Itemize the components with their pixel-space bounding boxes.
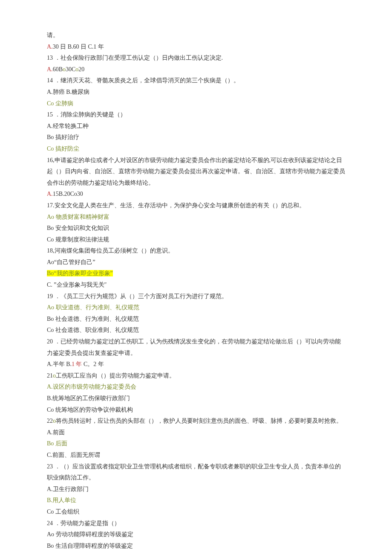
text-line: A.60Bo30Co20 bbox=[47, 64, 345, 76]
text-segment: A.经常轮换工种 bbox=[47, 123, 89, 129]
text-line: 请。 bbox=[47, 30, 345, 41]
text-segment: A. bbox=[47, 361, 53, 367]
text-line: 17.安全文化是人类在生产、生活、生存活动中，为保护身心安全与健康所创造的有关（… bbox=[47, 200, 345, 212]
text-segment: Co 搞好防尘 bbox=[47, 145, 79, 152]
text-line: Co 尘肺病 bbox=[47, 98, 345, 110]
text-line: 14 ．继消灭天花、脊髓灰质炎之后，全球倡导消灭的第三个疾病是（）。 bbox=[47, 75, 345, 87]
text-line: 21o工伤职工应当向（）提出劳动能力鉴定申请。 bbox=[47, 370, 345, 382]
text-segment: 13 ．社会保险行政部门在受理工伤认定（）日内做出工伤认定决定. bbox=[47, 55, 223, 61]
text-segment: 请。 bbox=[47, 32, 59, 38]
text-line: Co 统筹地区的劳动争议仲裁机构 bbox=[47, 404, 345, 416]
text-segment: o bbox=[63, 66, 66, 73]
text-line: 18,河南煤化集团每位员工必须树立（）的意识。 bbox=[47, 245, 345, 257]
text-line: A.30 日 B.60 日 C.1 年 bbox=[47, 41, 345, 53]
text-segment: Ao 劳动功能障碍程度的等级鉴定 bbox=[47, 531, 133, 538]
text-line: 24 ．劳动能力鉴定是指（） bbox=[47, 518, 345, 529]
text-line: A.经常轮换工种 bbox=[47, 121, 345, 132]
text-segment: 20 bbox=[78, 66, 84, 73]
text-line: 19 ．《员工三大行为规范》从（）三个方面对员工行为进行了规范。 bbox=[47, 291, 345, 302]
text-line: 20 ．已经劳动能力鉴定过的工伤职工，认为伤残情况发生变化的，在劳动能力鉴定结论… bbox=[47, 336, 345, 359]
text-segment: Bo“我的形象即企业形象” bbox=[47, 270, 113, 276]
text-line: Ao 职业道德、行为准则、礼仪规范 bbox=[47, 302, 345, 314]
text-segment: 肺癌 B.糖尿病 bbox=[53, 89, 89, 95]
text-segment: Co 社会道德、职业准则、礼仪规范 bbox=[47, 327, 139, 333]
text-segment: 18,河南煤化集团每位员工必须树立（）的意识。 bbox=[47, 247, 174, 254]
text-line: Ao 物质财富和精神财富 bbox=[47, 212, 345, 223]
text-segment: Co 尘肺病 bbox=[47, 100, 73, 107]
text-segment: A. bbox=[47, 191, 53, 197]
text-line: A.前面 bbox=[47, 427, 345, 439]
text-line: 23 ．（）应当设置或者指定职业卫生管理机构或者组织，配备专职或者兼职的职业卫生… bbox=[47, 461, 345, 484]
text-line: 22o将伤员转运时，应让伤员的头部在（），救护人员要时刻注意伤员的面色、呼吸、脉… bbox=[47, 416, 345, 427]
text-line: A.肺癌 B.糖尿病 bbox=[47, 87, 345, 98]
text-line: C. ”企业形象与我无关″ bbox=[47, 279, 345, 291]
text-segment: A. bbox=[47, 66, 53, 73]
text-line: Bo 安全知识和文化知识 bbox=[47, 223, 345, 234]
text-segment: 21 bbox=[47, 372, 53, 379]
text-segment: Bo 社会道德、行为准则、礼仪规范 bbox=[47, 316, 139, 322]
text-segment: Bo 后面 bbox=[47, 440, 67, 447]
text-segment: 24 ．劳动能力鉴定是指（） bbox=[47, 520, 120, 526]
text-line: A.15B.20Co30 bbox=[47, 189, 345, 200]
text-line: Bo 生活自理障碍程度的等级鉴定 bbox=[47, 540, 345, 552]
text-segment: A. bbox=[47, 44, 53, 50]
text-segment: A.设区的市级劳动能力鉴定委员会 bbox=[47, 384, 136, 390]
text-segment: Co 统筹地区的劳动争议仲裁机构 bbox=[47, 407, 133, 413]
text-line: Co 搞好防尘 bbox=[47, 143, 345, 155]
text-segment: 20 ．已经劳动能力鉴定过的工伤职工，认为伤残情况发生变化的，在劳动能力鉴定结论… bbox=[47, 338, 341, 356]
text-segment: 17.安全文化是人类在生产、生活、生存活动中，为保护身心安全与健康所创造的有关（… bbox=[47, 202, 305, 209]
text-segment: o bbox=[53, 372, 56, 379]
text-line: Bo 社会道德、行为准则、礼仪规范 bbox=[47, 314, 345, 325]
text-line: Bo“我的形象即企业形象” bbox=[47, 268, 345, 279]
text-line: 15 ．消除尘肺病的关键是（） bbox=[47, 109, 345, 121]
text-segment: Ao 物质财富和精神财富 bbox=[47, 214, 110, 220]
text-segment: B.统筹地区的工伤保唆行政部门 bbox=[47, 395, 130, 401]
text-segment: Ao“自己管好自己” bbox=[47, 259, 95, 265]
text-segment: 半年 B. bbox=[53, 361, 72, 367]
text-line: B.统筹地区的工伤保唆行政部门 bbox=[47, 393, 345, 404]
text-line: Bo 搞好治疗 bbox=[47, 132, 345, 143]
text-segment: A. bbox=[47, 89, 53, 95]
text-segment: o bbox=[53, 418, 56, 424]
text-segment: C. ”企业形象与我无关″ bbox=[47, 282, 107, 288]
text-segment: 23 ．（）应当设置或者指定职业卫生管理机构或者组织，配备专职或者兼职的职业卫生… bbox=[47, 463, 341, 481]
text-line: 13 ．社会保险行政部门在受理工伤认定（）日内做出工伤认定决定. bbox=[47, 52, 345, 64]
text-segment: 30C bbox=[66, 66, 75, 73]
text-segment: 将伤员转运时，应让伤员的头部在（），救护人员要时刻注意伤员的面色、呼吸、脉搏，必… bbox=[56, 418, 342, 424]
text-segment: 15B.20Co30 bbox=[53, 191, 83, 197]
text-segment: 30 日 B.60 日 C.1 年 bbox=[53, 44, 104, 50]
text-segment: 60B bbox=[53, 66, 63, 73]
document-page: 请。A.30 日 B.60 日 C.1 年13 ．社会保险行政部门在受理工伤认定… bbox=[0, 0, 392, 555]
text-segment: B.用人单位 bbox=[47, 497, 76, 503]
text-segment: C.前面、后面无所谓 bbox=[47, 452, 100, 458]
text-segment: 工伤职工应当向（）提出劳动能力鉴定申请。 bbox=[56, 372, 175, 379]
text-line: Co 规章制度和法律法规 bbox=[47, 234, 345, 246]
text-segment: Bo 生活自理障碍程度的等级鉴定 bbox=[47, 543, 133, 549]
text-segment: A.前面 bbox=[47, 429, 65, 436]
text-line: A.半年 B.1 年 C。2 年 bbox=[47, 359, 345, 370]
text-segment: 16,申请鉴定的单位或者个人对设区的市级劳动能力鉴定委员会作出的鉴定结论不服的,… bbox=[47, 157, 345, 186]
text-segment: 1 年 bbox=[72, 361, 82, 367]
text-segment: 14 ．继消灭天花、脊髓灰质炎之后，全球倡导消灭的第三个疾病是（）。 bbox=[47, 77, 239, 84]
text-line: Ao“自己管好自己” bbox=[47, 257, 345, 268]
text-line: Co 社会道德、职业准则、礼仪规范 bbox=[47, 325, 345, 336]
text-line: 16,申请鉴定的单位或者个人对设区的市级劳动能力鉴定委员会作出的鉴定结论不服的,… bbox=[47, 155, 345, 189]
text-segment: A.卫生行政部门 bbox=[47, 486, 89, 492]
text-line: A.卫生行政部门 bbox=[47, 484, 345, 495]
text-line: A.设区的市级劳动能力鉴定委员会 bbox=[47, 381, 345, 393]
text-segment: Bo 搞好治疗 bbox=[47, 134, 79, 140]
text-segment: Co 规章制度和法律法规 bbox=[47, 236, 109, 243]
text-line: C.前面、后面无所谓 bbox=[47, 450, 345, 461]
text-segment: 22 bbox=[47, 418, 53, 424]
text-segment: Co 工会组织 bbox=[47, 509, 79, 515]
text-line: Ao 劳动功能障碍程度的等级鉴定 bbox=[47, 529, 345, 540]
text-line: B.用人单位 bbox=[47, 495, 345, 506]
text-segment: C。2 年 bbox=[82, 361, 104, 367]
text-line: Bo 后面 bbox=[47, 438, 345, 450]
text-segment: Ao 职业道德、行为准则、礼仪规范 bbox=[47, 304, 139, 311]
text-segment: 15 ．消除尘肺病的关键是（） bbox=[47, 111, 126, 118]
text-segment: Bo 安全知识和文化知识 bbox=[47, 225, 109, 231]
text-line: Co 工会组织 bbox=[47, 506, 345, 518]
text-segment: 19 ．《员工三大行为规范》从（）三个方面对员工行为进行了规范。 bbox=[47, 293, 228, 299]
